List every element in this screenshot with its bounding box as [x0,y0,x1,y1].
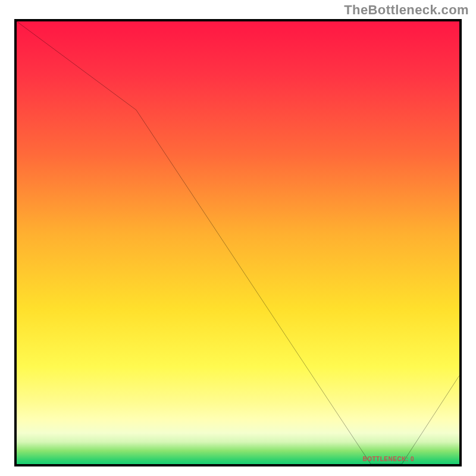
optimal-point-label: BOTTLENECK: 0 [363,456,415,462]
chart-frame: TheBottleneck.com BOTTLENECK: 0 [0,0,476,476]
attribution-label: TheBottleneck.com [344,2,469,18]
plot-area: BOTTLENECK: 0 [14,19,462,466]
data-line [17,21,459,464]
line-plot-svg [17,21,459,464]
